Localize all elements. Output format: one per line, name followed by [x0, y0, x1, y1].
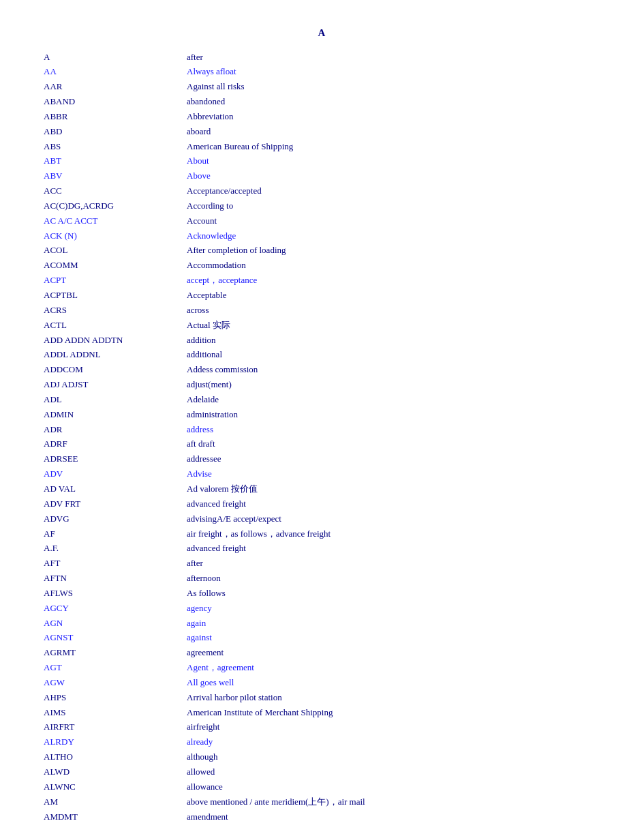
- table-row: ABVAbove: [41, 169, 603, 184]
- def-cell: advanced freight: [184, 496, 603, 511]
- def-cell: Accommodation: [184, 258, 603, 273]
- abbr-cell: ADMIN: [41, 407, 184, 422]
- def-cell: after: [184, 50, 603, 65]
- abbr-cell: ADJ ADJST: [41, 378, 184, 393]
- abbr-cell: AAR: [41, 80, 184, 95]
- def-cell: accept，acceptance: [184, 273, 603, 288]
- def-cell: Agent，agreement: [184, 661, 603, 676]
- def-cell: advanced freight: [184, 541, 603, 556]
- table-row: ADRSEEaddressee: [41, 452, 603, 467]
- def-cell: airfreight: [184, 720, 603, 735]
- def-cell: According to: [184, 198, 603, 213]
- abbr-cell: ACOMM: [41, 258, 184, 273]
- abbr-cell: ABD: [41, 124, 184, 139]
- table-row: AFLWSAs follows: [41, 586, 603, 601]
- abbr-cell: ADDCOM: [41, 363, 184, 378]
- table-row: ACCAcceptance/accepted: [41, 184, 603, 199]
- def-cell: above mentioned / ante meridiem(上午)，air …: [184, 794, 603, 809]
- def-cell: Advise: [184, 467, 603, 482]
- abbr-cell: AGCY: [41, 601, 184, 616]
- abbr-cell: ADRF: [41, 437, 184, 452]
- abbr-cell: AIRFRT: [41, 720, 184, 735]
- abbr-cell: ACC: [41, 184, 184, 199]
- def-cell: About: [184, 154, 603, 169]
- table-row: AIRFRTairfreight: [41, 720, 603, 735]
- abbr-cell: AM: [41, 794, 184, 809]
- def-cell: amendment: [184, 809, 603, 824]
- abbr-cell: AIMS: [41, 705, 184, 720]
- def-cell: after: [184, 556, 603, 571]
- abbr-cell: ACTL: [41, 318, 184, 333]
- abbr-cell: ADD ADDN ADDTN: [41, 333, 184, 348]
- abbr-cell: ACOL: [41, 243, 184, 258]
- table-row: ADDCOMAddess commission: [41, 363, 603, 378]
- table-row: AARAgainst all risks: [41, 80, 603, 95]
- abbr-cell: AC A/C ACCT: [41, 213, 184, 228]
- abbr-cell: ABT: [41, 154, 184, 169]
- def-cell: Acknowledge: [184, 228, 603, 243]
- abbr-cell: AGNST: [41, 631, 184, 646]
- def-cell: Arrival harbor pilot station: [184, 690, 603, 705]
- def-cell: allowance: [184, 779, 603, 794]
- def-cell: As follows: [184, 586, 603, 601]
- table-row: ACOLAfter completion of loading: [41, 243, 603, 258]
- def-cell: Adelaide: [184, 392, 603, 407]
- table-row: ACK (N)Acknowledge: [41, 228, 603, 243]
- def-cell: advisingA/E accept/expect: [184, 511, 603, 526]
- table-row: ALWDallowed: [41, 765, 603, 780]
- abbr-cell: AC(C)DG,ACRDG: [41, 198, 184, 213]
- abbr-cell: AFT: [41, 556, 184, 571]
- def-cell: abandoned: [184, 95, 603, 110]
- abbr-cell: ADR: [41, 422, 184, 437]
- def-cell: additional: [184, 348, 603, 363]
- def-cell: Actual 实际: [184, 318, 603, 333]
- table-row: AD VALAd valorem 按价值: [41, 481, 603, 496]
- def-cell: addressee: [184, 452, 603, 467]
- def-cell: air freight，as follows，advance freight: [184, 526, 603, 541]
- abbr-cell: AGT: [41, 661, 184, 676]
- entries-table: AafterAAAlways afloatAARAgainst all risk…: [41, 50, 603, 824]
- table-row: ACPTBLAcceptable: [41, 288, 603, 303]
- def-cell: address: [184, 422, 603, 437]
- abbr-cell: ADVG: [41, 511, 184, 526]
- abbr-cell: AFTN: [41, 571, 184, 586]
- table-row: AGNagain: [41, 616, 603, 631]
- table-row: AFair freight，as follows，advance freight: [41, 526, 603, 541]
- abbr-cell: AGN: [41, 616, 184, 631]
- def-cell: Against all risks: [184, 80, 603, 95]
- def-cell: again: [184, 616, 603, 631]
- table-row: AGTAgent，agreement: [41, 661, 603, 676]
- abbr-cell: ALTHO: [41, 750, 184, 765]
- abbr-cell: AFLWS: [41, 586, 184, 601]
- def-cell: against: [184, 631, 603, 646]
- table-row: ABTAbout: [41, 154, 603, 169]
- def-cell: agreement: [184, 646, 603, 661]
- def-cell: aft draft: [184, 437, 603, 452]
- table-row: ADMINadministration: [41, 407, 603, 422]
- abbr-cell: AD VAL: [41, 481, 184, 496]
- abbr-cell: ALWNC: [41, 779, 184, 794]
- table-row: ADJ ADJSTadjust(ment): [41, 378, 603, 393]
- def-cell: Acceptance/accepted: [184, 184, 603, 199]
- table-row: ACPTaccept，acceptance: [41, 273, 603, 288]
- abbr-cell: ACK (N): [41, 228, 184, 243]
- def-cell: American Institute of Merchant Shipping: [184, 705, 603, 720]
- table-row: ADLAdelaide: [41, 392, 603, 407]
- table-row: AFTNafternoon: [41, 571, 603, 586]
- abbr-cell: ALWD: [41, 765, 184, 780]
- table-row: ADRaddress: [41, 422, 603, 437]
- table-row: AGRMTagreement: [41, 646, 603, 661]
- table-row: AC A/C ACCTAccount: [41, 213, 603, 228]
- table-row: AAAlways afloat: [41, 65, 603, 80]
- abbr-cell: ACPTBL: [41, 288, 184, 303]
- abbr-cell: ACPT: [41, 273, 184, 288]
- abbr-cell: AMDMT: [41, 809, 184, 824]
- abbr-cell: ADRSEE: [41, 452, 184, 467]
- abbr-cell: ADDL ADDNL: [41, 348, 184, 363]
- abbr-cell: ABS: [41, 139, 184, 154]
- table-row: AFTafter: [41, 556, 603, 571]
- def-cell: addition: [184, 333, 603, 348]
- table-row: ADD ADDN ADDTNaddition: [41, 333, 603, 348]
- def-cell: Always afloat: [184, 65, 603, 80]
- table-row: ADVAdvise: [41, 467, 603, 482]
